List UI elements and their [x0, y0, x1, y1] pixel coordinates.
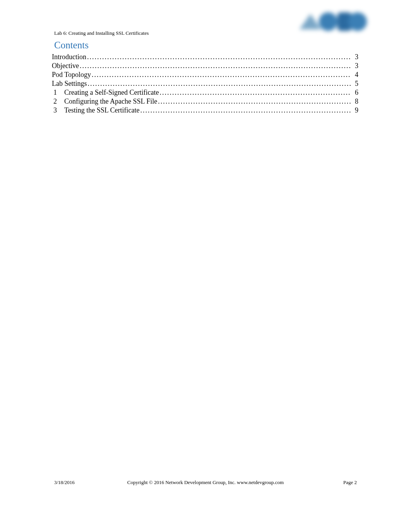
- toc-leader-dots: [79, 61, 351, 70]
- toc-entry[interactable]: Pod Topology 4: [52, 70, 358, 79]
- toc-leader-dots: [159, 88, 351, 97]
- toc-page-number: 9: [351, 106, 358, 115]
- toc-page-number: 6: [351, 88, 358, 97]
- brand-logo: [300, 7, 369, 34]
- toc-leader-dots: [87, 79, 351, 88]
- toc-page-number: 8: [351, 97, 358, 106]
- toc-page-number: 3: [351, 53, 358, 61]
- toc-leader-dots: [140, 106, 351, 115]
- toc-entry[interactable]: Introduction 3: [52, 53, 358, 61]
- toc-entry[interactable]: Lab Settings 5: [52, 79, 358, 88]
- toc-title: Lab Settings: [52, 79, 87, 88]
- toc-section-number: 2: [52, 97, 64, 106]
- page: Lab 6: Creating and Installing SSL Certi…: [0, 0, 411, 532]
- svg-point-3: [348, 12, 367, 31]
- toc-title: Creating a Self-Signed Certificate: [64, 88, 159, 97]
- toc-title: Objective: [52, 61, 79, 70]
- svg-point-1: [319, 12, 337, 31]
- toc-leader-dots: [91, 70, 351, 79]
- svg-marker-0: [300, 14, 321, 29]
- toc-entry[interactable]: Objective 3: [52, 61, 358, 70]
- toc-section-number: 3: [52, 106, 64, 115]
- toc-leader-dots: [157, 97, 351, 106]
- toc-entry[interactable]: 3 Testing the SSL Certificate 9: [52, 106, 358, 115]
- contents-heading: Contents: [54, 40, 89, 51]
- toc-entry[interactable]: 1 Creating a Self-Signed Certificate 6: [52, 88, 358, 97]
- toc-title: Testing the SSL Certificate: [64, 106, 140, 115]
- toc-page-number: 4: [351, 70, 358, 79]
- footer-page-label: Page 2: [343, 479, 357, 486]
- toc-title: Configuring the Apache SSL File: [64, 97, 157, 106]
- toc-title: Introduction: [52, 53, 86, 61]
- toc-leader-dots: [86, 53, 351, 61]
- toc-section-number: 1: [52, 88, 64, 97]
- toc-page-number: 3: [351, 61, 358, 70]
- toc-entry[interactable]: 2 Configuring the Apache SSL File 8: [52, 97, 358, 106]
- header-label: Lab 6: Creating and Installing SSL Certi…: [54, 30, 149, 36]
- toc-page-number: 5: [351, 79, 358, 88]
- footer-date: 3/18/2016: [54, 479, 75, 486]
- page-footer: 3/18/2016 Copyright © 2016 Network Devel…: [54, 479, 357, 486]
- toc-title: Pod Topology: [52, 70, 91, 79]
- footer-copyright: Copyright © 2016 Network Development Gro…: [54, 479, 357, 486]
- table-of-contents: Introduction 3 Objective 3 Pod Topology …: [52, 53, 358, 115]
